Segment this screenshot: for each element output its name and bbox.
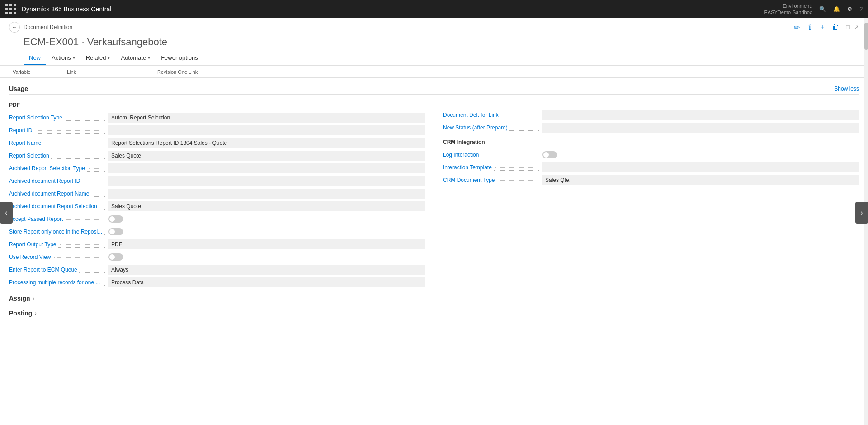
breadcrumb: Document Definition <box>24 24 72 30</box>
new-button[interactable]: New <box>24 52 46 65</box>
crm-document-type-value[interactable] <box>542 175 859 185</box>
env-label: Environment: <box>764 3 812 9</box>
next-nav-button[interactable]: › <box>855 202 868 224</box>
archived-doc-report-name-input[interactable] <box>108 189 425 199</box>
topbar-right: Environment: EASYDemo-Sandbox 🔍 🔔 ⚙ ? <box>764 3 863 16</box>
table-scroll-area: Variable Link Revision One Link <box>0 65 868 78</box>
doc-def-for-link-label: Document Def. for Link <box>443 112 542 118</box>
show-less-link[interactable]: Show less <box>834 86 859 92</box>
page-title: ECM-EX001 · Verkaufsangebote <box>24 34 859 52</box>
search-icon[interactable]: 🔍 <box>819 6 826 12</box>
use-record-view-value[interactable] <box>108 253 425 261</box>
settings-icon[interactable]: ⚙ <box>847 6 852 12</box>
archived-doc-report-selection-row: Archived document Report Selection <box>9 201 425 212</box>
fewer-options-button[interactable]: Fewer options <box>156 52 203 65</box>
report-name-value[interactable] <box>108 138 425 148</box>
archived-doc-report-name-value[interactable] <box>108 189 425 199</box>
page-header: ← Document Definition ✏ ⇧ + 🗑 □ ↗ ECM-EX… <box>0 18 868 65</box>
archived-report-selection-type-input[interactable] <box>108 163 425 173</box>
report-output-type-value[interactable] <box>108 239 425 249</box>
doc-def-for-link-input[interactable] <box>542 110 859 120</box>
content-body[interactable]: Usage Show less PDF Report Selection Typ… <box>0 78 868 425</box>
accept-passed-report-value[interactable] <box>108 215 425 223</box>
crm-document-type-row: CRM Document Type <box>443 174 859 186</box>
processing-multiple-value[interactable] <box>108 277 425 287</box>
bell-icon[interactable]: 🔔 <box>833 6 840 12</box>
usage-title: Usage <box>9 85 28 92</box>
header-actions: ✏ ⇧ + 🗑 □ ↗ <box>794 23 859 32</box>
log-interaction-value[interactable] <box>542 151 859 158</box>
posting-section-header[interactable]: Posting › <box>9 310 859 319</box>
related-button[interactable]: Related ▾ <box>80 52 116 65</box>
prev-nav-button[interactable]: ‹ <box>0 202 13 224</box>
report-selection-type-value[interactable] <box>108 113 425 123</box>
col-link: Link <box>63 69 154 75</box>
automate-arrow: ▾ <box>148 55 150 60</box>
window-controls: □ ↗ <box>846 24 859 31</box>
actions-arrow: ▾ <box>73 55 75 60</box>
report-selection-value[interactable] <box>108 151 425 161</box>
store-report-row: Store Report only once in the Reposi... <box>9 226 425 238</box>
crm-document-type-input[interactable] <box>542 175 859 185</box>
help-icon[interactable]: ? <box>859 6 863 12</box>
fullscreen-icon[interactable]: ↗ <box>854 24 859 31</box>
archived-report-selection-type-label: Archived Report Selection Type <box>9 165 108 172</box>
log-interaction-toggle[interactable] <box>542 151 557 158</box>
expand-icon[interactable]: □ <box>846 24 850 31</box>
archived-doc-report-id-value[interactable] <box>108 176 425 186</box>
doc-def-for-link-value[interactable] <box>542 110 859 120</box>
assign-section-header[interactable]: Assign › <box>9 295 859 304</box>
report-name-label: Report Name <box>9 140 108 146</box>
edit-icon[interactable]: ✏ <box>794 23 800 32</box>
archived-doc-report-selection-input[interactable] <box>108 201 425 211</box>
table-header-row: Variable Link Revision One Link <box>0 65 868 78</box>
delete-icon[interactable]: 🗑 <box>832 23 839 31</box>
title-code: ECM-EX001 <box>24 36 79 48</box>
archived-doc-report-name-row: Archived document Report Name <box>9 188 425 200</box>
archived-report-selection-type-value[interactable] <box>108 163 425 173</box>
archived-doc-report-id-label: Archived document Report ID <box>9 178 108 184</box>
store-report-value[interactable] <box>108 228 425 235</box>
back-button[interactable]: ← <box>9 22 20 33</box>
assign-title: Assign <box>9 295 30 302</box>
processing-multiple-input[interactable] <box>108 277 425 287</box>
report-selection-input[interactable] <box>108 151 425 161</box>
new-status-label: New Status (after Prepare) <box>443 124 542 131</box>
report-id-value[interactable] <box>108 125 425 135</box>
report-id-input[interactable] <box>108 125 425 135</box>
actions-button[interactable]: Actions ▾ <box>46 52 80 65</box>
interaction-template-input[interactable] <box>542 162 859 172</box>
accept-passed-report-toggle[interactable] <box>108 215 123 223</box>
report-name-input[interactable] <box>108 138 425 148</box>
posting-title: Posting <box>9 310 32 317</box>
interaction-template-value[interactable] <box>542 162 859 172</box>
enter-report-ecm-input[interactable] <box>108 265 425 275</box>
use-record-view-toggle[interactable] <box>108 253 123 261</box>
enter-report-ecm-value[interactable] <box>108 265 425 275</box>
usage-two-col: PDF Report Selection Type <box>9 100 859 289</box>
topbar-left: Dynamics 365 Business Central <box>5 4 111 14</box>
accept-passed-report-row: Accept Passed Report <box>9 213 425 225</box>
store-report-toggle[interactable] <box>108 228 123 235</box>
report-selection-type-input[interactable] <box>108 113 425 123</box>
add-icon[interactable]: + <box>820 23 824 31</box>
log-interaction-label: Log Interaction <box>443 152 542 158</box>
report-output-type-label: Report Output Type <box>9 241 108 248</box>
new-status-input[interactable] <box>542 123 859 133</box>
new-status-value[interactable] <box>542 123 859 133</box>
col-variable: Variable <box>9 69 63 75</box>
archived-doc-report-id-row: Archived document Report ID <box>9 175 425 187</box>
usage-right-col: Document Def. for Link New Status (after… <box>443 100 859 289</box>
report-output-type-input[interactable] <box>108 239 425 249</box>
archived-doc-report-name-label: Archived document Report Name <box>9 191 108 197</box>
toolbar: New Actions ▾ Related ▾ Automate ▾ Fewer… <box>24 52 859 65</box>
scrollbar-thumb[interactable] <box>864 23 868 50</box>
automate-button[interactable]: Automate ▾ <box>115 52 156 65</box>
interaction-template-row: Interaction Template <box>443 162 859 173</box>
archived-doc-report-selection-value[interactable] <box>108 201 425 211</box>
share-icon[interactable]: ⇧ <box>807 23 813 32</box>
new-status-row: New Status (after Prepare) <box>443 122 859 134</box>
archived-doc-report-id-input[interactable] <box>108 176 425 186</box>
usage-section-header: Usage Show less <box>9 85 859 95</box>
app-grid-icon[interactable] <box>5 4 16 14</box>
